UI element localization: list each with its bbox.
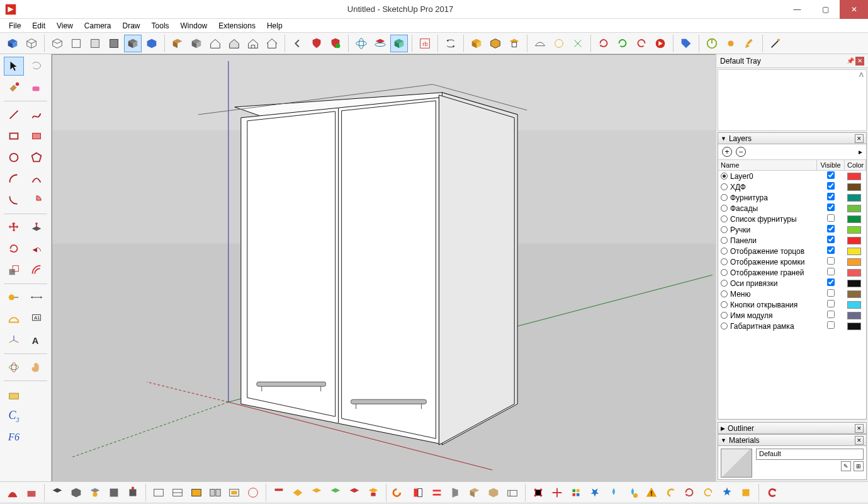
style-shaded-icon[interactable] (4, 35, 21, 52)
3dtext-tool-icon[interactable]: A (26, 331, 47, 350)
ext10-icon[interactable] (188, 484, 205, 501)
move-tool-icon[interactable] (4, 218, 24, 237)
layer-row[interactable]: Фурнитура (718, 192, 866, 203)
plugin1-icon[interactable] (4, 385, 24, 404)
layer-row[interactable]: Отображение торцов (718, 246, 866, 256)
ext12-icon[interactable] (225, 484, 243, 501)
ext5-icon[interactable] (86, 484, 104, 501)
layer-radio[interactable] (721, 280, 728, 287)
ext17-icon[interactable] (327, 484, 344, 501)
remove-layer-icon[interactable]: − (736, 147, 746, 157)
layer-color-swatch[interactable] (847, 280, 861, 287)
menu-camera[interactable]: Camera (79, 20, 116, 32)
outliner-panel-header[interactable]: ▶ Outliner ✕ (718, 422, 867, 434)
style-wire-icon[interactable] (23, 35, 40, 52)
house4-icon[interactable] (263, 35, 281, 52)
freehand-tool-icon[interactable] (26, 105, 47, 124)
tray-header[interactable]: Default Tray 📌 ✕ (716, 54, 868, 68)
layer-row[interactable]: Layer0 (718, 171, 866, 181)
layer-radio[interactable] (721, 194, 728, 201)
ruby-icon[interactable]: rb (416, 35, 434, 52)
layer-radio[interactable] (721, 215, 728, 222)
pin-icon[interactable]: 📌 (847, 57, 854, 64)
sandbox2-icon[interactable] (550, 35, 568, 52)
component-solid-icon[interactable] (188, 35, 205, 52)
ext3-icon[interactable] (48, 484, 66, 501)
menu-help[interactable]: Help (262, 20, 288, 32)
view-shaded-tex-icon[interactable] (124, 35, 142, 52)
layer-visible-checkbox[interactable] (817, 214, 845, 224)
layer-radio[interactable] (721, 323, 728, 329)
layer-color-swatch[interactable] (847, 269, 861, 277)
layer-row[interactable]: Меню (718, 289, 866, 299)
reload1-icon[interactable] (595, 35, 612, 52)
view-hidden-icon[interactable] (105, 35, 123, 52)
ext29-icon[interactable] (567, 484, 585, 501)
ext23-icon[interactable] (447, 484, 465, 501)
protractor-tool-icon[interactable] (4, 309, 24, 328)
layer-color-swatch[interactable] (847, 173, 861, 180)
reload2-icon[interactable] (614, 35, 631, 52)
house3-icon[interactable] (244, 35, 262, 52)
ext38-icon[interactable] (737, 484, 755, 501)
layer-radio[interactable] (721, 258, 728, 265)
tray-close-icon[interactable]: ✕ (855, 57, 864, 66)
layer-visible-checkbox[interactable] (817, 321, 845, 331)
ext24-icon[interactable] (466, 484, 483, 501)
layer-radio[interactable] (721, 226, 728, 233)
layer-radio[interactable] (721, 173, 728, 180)
maximize-button[interactable]: ▢ (811, 0, 840, 19)
menu-view[interactable]: View (52, 20, 78, 32)
ext33-icon[interactable] (643, 484, 660, 501)
tape-tool-icon[interactable] (4, 288, 24, 307)
solid-trim-icon[interactable] (505, 35, 523, 52)
select-tool-icon[interactable] (4, 57, 24, 76)
add-layer-icon[interactable]: + (722, 147, 732, 157)
layer-radio[interactable] (721, 205, 728, 212)
layer-visible-checkbox[interactable] (817, 246, 845, 256)
redo-shield2-icon[interactable] (327, 35, 344, 52)
view-iso1-icon[interactable] (48, 35, 66, 52)
layer-radio[interactable] (721, 269, 728, 276)
ext15-icon[interactable] (289, 484, 307, 501)
layers-panel-header[interactable]: ▼ Layers ✕ (718, 132, 867, 144)
layers-close-icon[interactable]: ✕ (855, 134, 864, 143)
materials-panel-header[interactable]: ▼ Materials ✕ (718, 434, 867, 446)
col-color[interactable]: Color (845, 160, 866, 170)
power-icon[interactable] (703, 35, 721, 52)
ext7-icon[interactable] (124, 484, 142, 501)
layer-row[interactable]: Оси привязки (718, 278, 866, 289)
layer-visible-checkbox[interactable] (817, 257, 845, 266)
ext4-icon[interactable] (67, 484, 85, 501)
pushpull-tool-icon[interactable] (26, 218, 47, 237)
layers-menu-icon[interactable]: ▸ (859, 147, 862, 156)
layer-visible-checkbox[interactable] (817, 278, 845, 288)
minimize-button[interactable]: — (783, 0, 811, 19)
pencil2-icon[interactable] (741, 35, 758, 52)
close-button[interactable]: ✕ (840, 0, 868, 19)
layer-visible-checkbox[interactable] (817, 225, 845, 234)
layer-row[interactable]: Кнопки открывания (718, 299, 866, 310)
ext8-icon[interactable] (150, 484, 167, 501)
col-visible[interactable]: Visible (817, 160, 845, 170)
layer-radio[interactable] (721, 237, 728, 244)
layer-color-swatch[interactable] (847, 237, 861, 244)
outliner-close-icon[interactable]: ✕ (855, 424, 864, 433)
orbit-tool-icon[interactable] (4, 358, 24, 377)
menu-tools[interactable]: Tools (147, 20, 174, 32)
layer-visible-checkbox[interactable] (817, 236, 845, 245)
menu-extensions[interactable]: Extensions (213, 20, 261, 32)
view-top-icon[interactable] (67, 35, 85, 52)
ext19-icon[interactable] (364, 484, 382, 501)
ext18-icon[interactable] (346, 484, 363, 501)
arc3-tool-icon[interactable] (4, 191, 24, 210)
layer-row[interactable]: Имя модуля (718, 310, 866, 321)
layer-color-swatch[interactable] (847, 323, 861, 330)
layer-row[interactable]: Отображение кромки (718, 256, 866, 267)
layer-row[interactable]: Габаритная рамка (718, 321, 866, 331)
material-name-field[interactable]: Default (756, 449, 864, 460)
layer-color-swatch[interactable] (847, 290, 861, 298)
ext32-icon[interactable] (624, 484, 641, 501)
axes-tool-icon[interactable] (4, 331, 24, 350)
orbit-icon[interactable] (352, 35, 370, 52)
